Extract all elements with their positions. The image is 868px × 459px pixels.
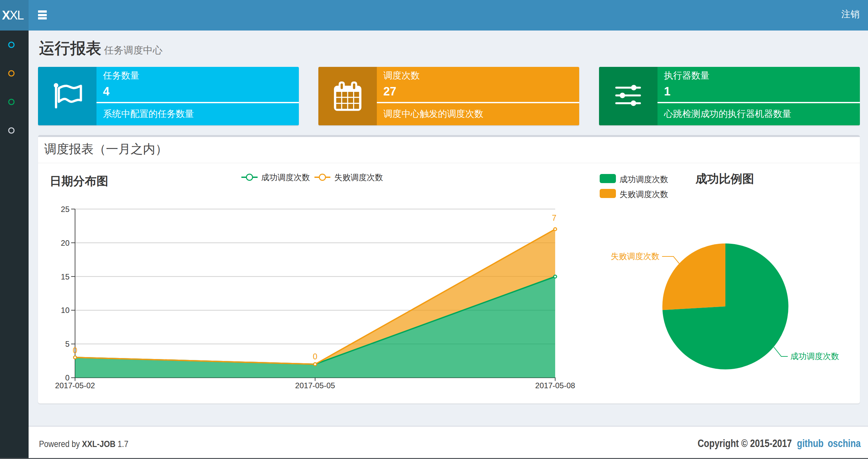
svg-text:25: 25: [61, 205, 69, 214]
svg-text:失败调度次数: 失败调度次数: [334, 173, 383, 182]
svg-text:日期分布图: 日期分布图: [50, 174, 108, 188]
svg-text:成功调度次数: 成功调度次数: [261, 173, 310, 182]
svg-text:2017-05-02: 2017-05-02: [55, 381, 95, 390]
svg-text:2017-05-05: 2017-05-05: [295, 381, 335, 390]
svg-text:7: 7: [552, 213, 556, 222]
svg-text:0: 0: [73, 346, 77, 355]
svg-text:0: 0: [313, 352, 317, 361]
svg-text:成功比例图: 成功比例图: [695, 172, 754, 185]
svg-text:15: 15: [61, 272, 69, 281]
svg-text:失败调度次数: 失败调度次数: [611, 252, 659, 261]
svg-text:2017-05-08: 2017-05-08: [535, 381, 575, 390]
svg-text:20: 20: [61, 238, 69, 248]
svg-text:失败调度次数: 失败调度次数: [619, 190, 668, 199]
svg-text:10: 10: [61, 306, 69, 315]
svg-text:5: 5: [65, 339, 69, 348]
svg-text:成功调度次数: 成功调度次数: [619, 175, 668, 184]
svg-text:成功调度次数: 成功调度次数: [790, 352, 839, 361]
